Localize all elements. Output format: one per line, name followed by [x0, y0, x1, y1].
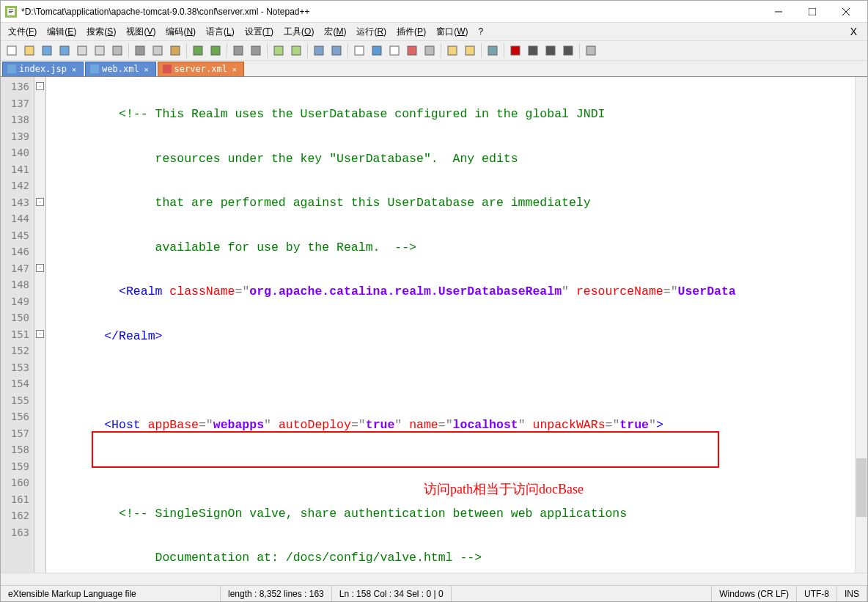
menu-m[interactable]: 宏(M): [320, 24, 350, 40]
menu-bar: 文件(F)编辑(E)搜索(S)视图(V)编码(N)语言(L)设置(T)工具(O)…: [1, 23, 867, 40]
line-number: 148: [1, 276, 34, 293]
app-icon: [5, 6, 17, 18]
line-number: 154: [1, 375, 34, 392]
svg-rect-40: [7, 65, 16, 73]
line-number: 147: [1, 260, 34, 277]
folder-icon[interactable]: [462, 43, 478, 59]
menu-s[interactable]: 搜索(S): [82, 24, 120, 40]
status-eol[interactable]: Windows (CR LF): [712, 586, 797, 601]
close-icon[interactable]: [74, 43, 90, 59]
annotation-text: 访问path相当于访问docBase: [424, 480, 584, 498]
svg-rect-13: [78, 46, 87, 55]
indent-guide-icon[interactable]: [386, 43, 402, 59]
status-encoding[interactable]: UTF-8: [797, 586, 837, 601]
sync-h-icon[interactable]: [328, 43, 345, 59]
horizontal-scrollbar[interactable]: [1, 573, 867, 585]
wrap-icon[interactable]: [351, 43, 367, 59]
svg-rect-22: [251, 46, 260, 55]
svg-rect-23: [274, 46, 283, 55]
line-number: 150: [1, 309, 34, 326]
sync-v-icon[interactable]: [311, 43, 327, 59]
tab-server-xml[interactable]: server.xml✕: [158, 62, 244, 76]
line-number: 142: [1, 177, 34, 194]
svg-rect-14: [95, 46, 104, 55]
tab-close-icon[interactable]: ✕: [230, 65, 239, 73]
minimize-button[interactable]: [762, 1, 795, 23]
monitor-icon[interactable]: [485, 43, 501, 59]
line-number: 157: [1, 425, 34, 442]
line-number: 152: [1, 342, 34, 359]
fold-column: ----: [34, 77, 46, 573]
menu-l[interactable]: 语言(L): [202, 24, 239, 40]
fold-toggle[interactable]: -: [36, 82, 44, 90]
menu-r[interactable]: 运行(R): [352, 24, 391, 40]
play-multi-icon[interactable]: [560, 43, 576, 59]
line-number: 162: [1, 507, 34, 524]
tab-label: web.xml: [102, 64, 139, 74]
doc-map-icon[interactable]: [422, 43, 438, 59]
menu-e[interactable]: 编辑(E): [43, 24, 81, 40]
close-all-icon[interactable]: [92, 43, 108, 59]
menu-help[interactable]: ?: [474, 25, 488, 38]
title-bar: *D:\Tomcat\application\apache-tomcat-9.0…: [1, 1, 867, 23]
fold-toggle[interactable]: -: [36, 330, 44, 338]
line-number: 151: [1, 326, 34, 343]
saved-icon: [90, 65, 99, 73]
cut-icon[interactable]: [132, 43, 148, 59]
menu-v[interactable]: 视图(V): [122, 24, 160, 40]
copy-icon[interactable]: [150, 43, 166, 59]
vertical-scrollbar[interactable]: [855, 77, 867, 573]
line-number: 153: [1, 359, 34, 376]
status-insert[interactable]: INS: [837, 586, 867, 601]
menu-t[interactable]: 设置(T): [240, 24, 278, 40]
line-number: 140: [1, 144, 34, 161]
replace-icon[interactable]: [248, 43, 264, 59]
tab-web-xml[interactable]: web.xml✕: [85, 62, 156, 76]
tab-index-jsp[interactable]: index.jsp✕: [2, 62, 84, 76]
zoom-out-icon[interactable]: [288, 43, 304, 59]
status-filetype: eXtensible Markup Language file: [1, 586, 221, 601]
close-button[interactable]: [829, 1, 863, 23]
maximize-button[interactable]: [795, 1, 829, 23]
menu-n[interactable]: 编码(N): [161, 24, 200, 40]
menu-w[interactable]: 窗口(W): [432, 24, 472, 40]
svg-rect-42: [163, 65, 172, 73]
editor-area: 1361371381391401411421431441451461471481…: [1, 77, 867, 573]
svg-rect-30: [408, 46, 416, 55]
print-icon[interactable]: [109, 43, 125, 59]
menu-close-doc[interactable]: X: [843, 24, 864, 39]
svg-rect-38: [564, 46, 573, 55]
menu-p[interactable]: 插件(P): [392, 24, 430, 40]
find-icon[interactable]: [230, 43, 246, 59]
line-number: 146: [1, 243, 34, 260]
svg-rect-27: [355, 46, 364, 55]
save-all-icon[interactable]: [56, 43, 73, 59]
stop-icon[interactable]: [525, 43, 541, 59]
zoom-in-icon[interactable]: [271, 43, 287, 59]
save-icon[interactable]: [39, 43, 55, 59]
code-area[interactable]: <!-- This Realm uses the UserDatabase co…: [46, 77, 855, 573]
play-icon[interactable]: [542, 43, 559, 59]
redo-icon[interactable]: [207, 43, 224, 59]
lang-format-icon[interactable]: [404, 43, 420, 59]
fold-toggle[interactable]: -: [36, 198, 44, 206]
paste-icon[interactable]: [167, 43, 183, 59]
svg-rect-17: [153, 46, 162, 55]
svg-rect-34: [488, 46, 497, 55]
menu-o[interactable]: 工具(O): [279, 24, 318, 40]
new-file-icon[interactable]: [4, 43, 20, 59]
save-macro-icon[interactable]: [583, 43, 599, 59]
line-number: 137: [1, 95, 34, 112]
menu-f[interactable]: 文件(F): [4, 24, 41, 40]
tab-close-icon[interactable]: ✕: [142, 65, 151, 73]
all-chars-icon[interactable]: [369, 43, 385, 59]
func-list-icon[interactable]: [444, 43, 460, 59]
undo-icon[interactable]: [190, 43, 206, 59]
svg-rect-2: [9, 10, 13, 10]
open-file-icon[interactable]: [21, 43, 37, 59]
svg-rect-16: [136, 46, 144, 55]
tab-close-icon[interactable]: ✕: [70, 65, 78, 73]
fold-toggle[interactable]: -: [36, 264, 44, 272]
svg-rect-35: [511, 46, 520, 55]
record-icon[interactable]: [507, 43, 523, 59]
